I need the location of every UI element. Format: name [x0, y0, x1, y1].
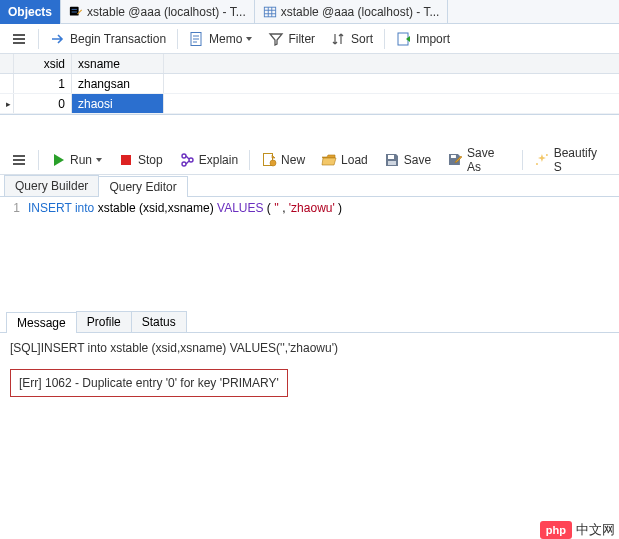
row-marker [0, 94, 14, 113]
sql-table: xstable [98, 201, 136, 215]
sql-editor[interactable]: 1 INSERT into xstable (xsid,xsname) VALU… [0, 197, 619, 219]
table-row[interactable]: 0 zhaosi [0, 94, 619, 114]
table-icon [263, 5, 277, 19]
tab-query-editor[interactable]: Query Editor [98, 176, 187, 197]
watermark-badge: php [540, 521, 572, 539]
paren-open: ( [267, 201, 271, 215]
load-button[interactable]: Load [314, 147, 375, 173]
new-icon [261, 152, 277, 168]
explain-button[interactable]: Explain [172, 147, 245, 173]
filter-icon [268, 31, 284, 47]
save-as-button[interactable]: Save As [440, 147, 518, 173]
sort-icon [331, 31, 347, 47]
cell-xsname[interactable]: zhangsan [72, 74, 164, 93]
paren-close: ) [338, 201, 342, 215]
kw-values: VALUES [217, 201, 263, 215]
sort-button[interactable]: Sort [324, 26, 380, 52]
stop-label: Stop [138, 153, 163, 167]
tab-objects-label: Objects [8, 5, 52, 19]
separator [177, 29, 178, 49]
line-number: 1 [0, 201, 28, 215]
tab-status[interactable]: Status [131, 311, 187, 332]
sparkle-icon [534, 152, 550, 168]
tab-table-2[interactable]: xstable @aaa (localhost) - T... [255, 0, 449, 24]
cell-xsid[interactable]: 1 [14, 74, 72, 93]
error-box: [Err] 1062 - Duplicate entry '0' for key… [10, 369, 288, 397]
comma: , [282, 201, 285, 215]
editor-tab-bar: Query Builder Query Editor [0, 175, 619, 197]
hamburger-icon [11, 31, 27, 47]
error-text: [Err] 1062 - Duplicate entry '0' for key… [19, 376, 279, 390]
save-as-icon [447, 152, 463, 168]
save-label: Save [404, 153, 431, 167]
query-toolbar: Run Stop Explain New Load Save Save As B… [0, 145, 619, 175]
save-icon [384, 152, 400, 168]
table-row[interactable]: 1 zhangsan [0, 74, 619, 94]
tab-objects[interactable]: Objects [0, 0, 61, 24]
tab-profile[interactable]: Profile [76, 311, 132, 332]
stop-icon [118, 152, 134, 168]
hamburger-button[interactable] [4, 26, 34, 52]
svg-rect-1 [264, 7, 275, 17]
watermark-text: 中文网 [576, 521, 615, 539]
sql-v2: 'zhaowu' [289, 201, 335, 215]
svg-rect-11 [388, 161, 396, 165]
beautify-button[interactable]: Beautify S [527, 147, 615, 173]
svg-point-14 [536, 162, 538, 164]
cell-xsname[interactable]: zhaosi [72, 94, 164, 113]
cell-xsid[interactable]: 0 [14, 94, 72, 113]
result-tab-bar: Message Profile Status [0, 311, 619, 333]
tab-table-1[interactable]: xstable @aaa (localhost) - T... [61, 0, 255, 24]
svg-point-9 [270, 160, 276, 166]
table-toolbar: Begin Transaction Memo Filter Sort Impor… [0, 24, 619, 54]
new-button[interactable]: New [254, 147, 312, 173]
hamburger-button[interactable] [4, 147, 34, 173]
memo-label: Memo [209, 32, 242, 46]
col-header-xsid[interactable]: xsid [14, 54, 72, 73]
tab-table-2-label: xstable @aaa (localhost) - T... [281, 5, 440, 19]
memo-button[interactable]: Memo [182, 26, 259, 52]
memo-icon [189, 31, 205, 47]
watermark: php 中文网 [540, 521, 615, 539]
save-as-label: Save As [467, 146, 511, 174]
separator [38, 29, 39, 49]
tab-query-builder[interactable]: Query Builder [4, 175, 99, 196]
row-marker-header [0, 54, 14, 73]
message-panel: [SQL]INSERT into xstable (xsid,xsname) V… [0, 333, 619, 405]
tab-table-1-label: xstable @aaa (localhost) - T... [87, 5, 246, 19]
explain-icon [179, 152, 195, 168]
transaction-icon [50, 31, 66, 47]
chevron-down-icon [96, 158, 102, 162]
svg-point-13 [546, 154, 548, 156]
code-line: 1 INSERT into xstable (xsid,xsname) VALU… [0, 201, 619, 215]
row-marker [0, 74, 14, 93]
begin-transaction-label: Begin Transaction [70, 32, 166, 46]
run-button[interactable]: Run [43, 147, 109, 173]
tab-message[interactable]: Message [6, 312, 77, 333]
grid-header: xsid xsname [0, 54, 619, 74]
begin-transaction-button[interactable]: Begin Transaction [43, 26, 173, 52]
message-sql-echo: [SQL]INSERT into xstable (xsid,xsname) V… [10, 341, 609, 355]
import-label: Import [416, 32, 450, 46]
save-button[interactable]: Save [377, 147, 438, 173]
sql-cols: (xsid,xsname) [139, 201, 214, 215]
table-edit-icon [69, 5, 83, 19]
folder-open-icon [321, 152, 337, 168]
window-tab-bar: Objects xstable @aaa (localhost) - T... … [0, 0, 619, 24]
stop-button[interactable]: Stop [111, 147, 170, 173]
data-grid[interactable]: xsid xsname 1 zhangsan 0 zhaosi [0, 54, 619, 115]
col-header-xsname[interactable]: xsname [72, 54, 164, 73]
new-label: New [281, 153, 305, 167]
run-label: Run [70, 153, 92, 167]
sort-label: Sort [351, 32, 373, 46]
load-label: Load [341, 153, 368, 167]
separator [522, 150, 523, 170]
separator [384, 29, 385, 49]
import-button[interactable]: Import [389, 26, 457, 52]
beautify-label: Beautify S [554, 146, 608, 174]
import-icon [396, 31, 412, 47]
kw-insert: INSERT [28, 201, 72, 215]
separator [249, 150, 250, 170]
filter-button[interactable]: Filter [261, 26, 322, 52]
code-text[interactable]: INSERT into xstable (xsid,xsname) VALUES… [28, 201, 342, 215]
